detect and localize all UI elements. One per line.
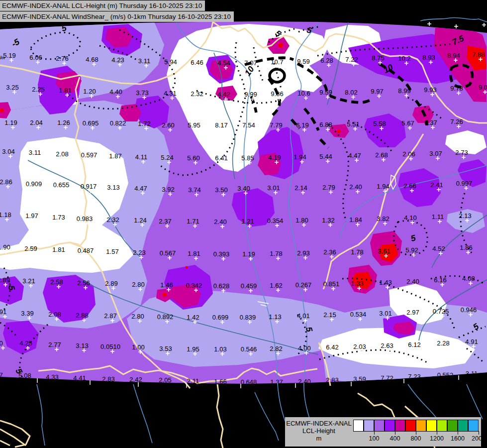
station-value: 7.54 bbox=[242, 121, 255, 129]
station-value: 4.11 bbox=[135, 153, 147, 161]
station-value: 6.28 bbox=[320, 57, 333, 64]
station-value: 2.08 bbox=[48, 311, 61, 318]
station-value: 9.59 bbox=[319, 89, 332, 96]
station-value: 10.7 bbox=[271, 58, 283, 66]
edge-text-fragment: йя bbox=[0, 55, 5, 60]
station-value: 1.86 bbox=[460, 244, 472, 251]
station-value: 0.909 bbox=[26, 180, 42, 188]
legend-tick bbox=[416, 431, 416, 435]
station-value: 2.28 bbox=[437, 339, 449, 347]
station-value: 5.94 bbox=[164, 58, 177, 66]
station-value: 1.78 bbox=[351, 248, 363, 256]
station-value: 3.01 bbox=[267, 184, 280, 192]
station-value: 2.80 bbox=[132, 281, 144, 288]
station-value: 4.25 bbox=[19, 339, 32, 347]
station-value: 3.11 bbox=[138, 57, 150, 65]
station-value: 3.25 bbox=[6, 84, 18, 91]
legend-title-units: m bbox=[285, 435, 353, 442]
station-value: 0.567 bbox=[160, 249, 176, 257]
station-value: 8.93 bbox=[422, 54, 435, 61]
station-value: 9.78 bbox=[450, 85, 463, 92]
title-bar-lcl: ECMWF-INDEX-ANAL LCL-Height (m) Thursday… bbox=[0, 0, 205, 11]
station-value: 2.25 bbox=[32, 86, 44, 93]
legend-tick-label: 2000 bbox=[469, 435, 487, 442]
station-value: 2.15 bbox=[323, 311, 336, 319]
station-value: 4.23 bbox=[111, 56, 124, 64]
station-value: 4.01 bbox=[297, 312, 309, 320]
station-value: 8.94 bbox=[447, 52, 460, 59]
legend-swatch bbox=[416, 420, 426, 432]
station-value: 1.73 bbox=[52, 214, 65, 221]
station-value: 2.93 bbox=[297, 249, 309, 257]
station-value: 1.21 bbox=[241, 218, 254, 225]
station-value: 2.89 bbox=[0, 276, 10, 284]
legend-title: ECMWF-INDEX-ANAL LCL-Height m bbox=[285, 420, 353, 442]
station-value: 2.73 bbox=[455, 149, 468, 156]
station-value: 8.75 bbox=[372, 54, 384, 62]
legend-title-parameter: LCL-Height bbox=[285, 427, 353, 435]
legend-tick-label: 1600 bbox=[448, 435, 468, 442]
station-value: 0.628 bbox=[213, 282, 230, 290]
legend-tick bbox=[395, 431, 395, 435]
station-value: 4.08 bbox=[462, 275, 475, 282]
station-value: 2.14 bbox=[294, 184, 307, 192]
station-value: 3.53 bbox=[159, 345, 172, 352]
station-value: 1.94 bbox=[293, 153, 306, 161]
station-value: 1.81 bbox=[188, 250, 200, 257]
station-value: 1.18 bbox=[0, 211, 11, 219]
legend-title-model: ECMWF-INDEX-ANAL bbox=[285, 420, 353, 427]
legend-swatch bbox=[458, 420, 468, 432]
station-value: 5.51 bbox=[347, 120, 359, 128]
station-value: 4.10 bbox=[404, 214, 416, 222]
station-value: 0.695 bbox=[83, 119, 99, 127]
station-value: 3.61 bbox=[378, 247, 390, 255]
station-value: 4.47 bbox=[134, 185, 147, 192]
weather-map: 5.196.062.764.684.233.115.946.464.547.07… bbox=[0, 0, 487, 448]
legend-swatch bbox=[405, 420, 416, 432]
title-text-lcl: ECMWF-INDEX-ANAL LCL-Height (m) Thursday… bbox=[2, 2, 202, 9]
station-value: 2.04 bbox=[30, 119, 42, 126]
station-value: 5.19 bbox=[3, 52, 15, 59]
station-value: 4.91 bbox=[465, 338, 478, 345]
station-value: 1.72 bbox=[138, 120, 150, 127]
station-value: 0.354 bbox=[267, 217, 284, 224]
station-value: 1.42 bbox=[187, 314, 199, 321]
station-value: 3.74 bbox=[188, 186, 200, 194]
station-value: 4.47 bbox=[348, 152, 361, 159]
station-value: 2.82 bbox=[270, 345, 282, 352]
legend-swatch bbox=[468, 420, 479, 432]
station-value: 3.39 bbox=[21, 310, 33, 317]
station-value: 1.71 bbox=[187, 218, 199, 225]
station-value: 6.46 bbox=[191, 59, 203, 66]
station-value: 3.82 bbox=[377, 215, 389, 223]
station-value: 2.59 bbox=[24, 245, 37, 252]
legend-swatch bbox=[426, 420, 437, 432]
station-value: 5.44 bbox=[319, 153, 332, 160]
station-value: 2.80 bbox=[131, 313, 144, 320]
station-value: 2.87 bbox=[104, 312, 116, 320]
station-value: 0.534 bbox=[350, 311, 367, 318]
station-value: 2.66 bbox=[403, 182, 416, 190]
station-value: 1.90 bbox=[0, 243, 10, 251]
station-value: 2.32 bbox=[191, 90, 203, 98]
station-value: 2.88 bbox=[76, 312, 88, 319]
station-value: 2.03 bbox=[353, 343, 366, 350]
station-value: 6.41 bbox=[215, 154, 227, 162]
station-value: 3.13 bbox=[76, 342, 88, 349]
station-value: 1.81 bbox=[59, 87, 71, 94]
station-value: 1.97 bbox=[25, 212, 38, 220]
station-value: 8.17 bbox=[215, 121, 227, 129]
station-value: 2.40 bbox=[406, 278, 419, 285]
station-value: 3.21 bbox=[22, 277, 35, 285]
station-value: 3.13 bbox=[107, 184, 119, 191]
station-value: 2.08 bbox=[56, 150, 68, 158]
station-value: 9.93 bbox=[424, 86, 436, 94]
legend-swatch bbox=[385, 420, 395, 432]
station-value: 4.40 bbox=[109, 88, 122, 96]
station-value: 1.19 bbox=[4, 119, 17, 126]
station-value: 2.79 bbox=[322, 184, 335, 191]
station-value: 6.88 bbox=[319, 121, 332, 128]
title-bar-windshear: ECMWF-INDEX-ANAL WindShear_ (m/s) 0-1km … bbox=[0, 11, 234, 22]
station-value: 3.50 bbox=[215, 186, 227, 194]
station-value: 0.0510 bbox=[100, 343, 120, 350]
